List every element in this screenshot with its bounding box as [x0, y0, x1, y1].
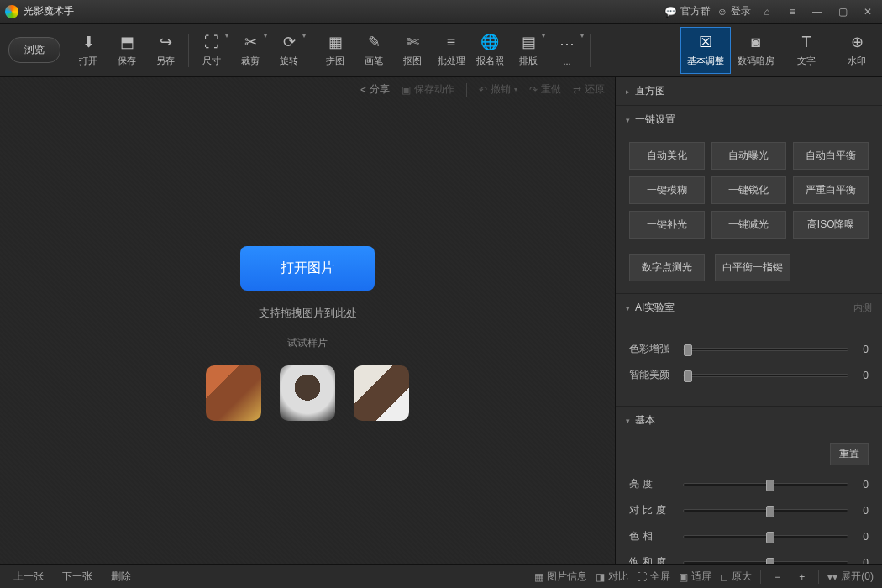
sample-images — [206, 365, 409, 421]
open-image-button[interactable]: 打开图片 — [240, 246, 375, 291]
titlebar: 光影魔术手 💬 官方群 ☺ 登录 ⌂ ≡ — ▢ ✕ — [0, 0, 882, 24]
oneclick-自动曝光[interactable]: 自动曝光 — [711, 142, 787, 170]
tool-...[interactable]: ⋯...▾ — [548, 27, 586, 74]
original-size-button[interactable]: ◻原大 — [720, 570, 752, 584]
brightness-label: 亮度 — [629, 477, 675, 491]
tool-保存[interactable]: ⬒保存 — [108, 27, 146, 74]
zoom-out-button[interactable]: − — [769, 569, 785, 585]
oneclick-数字点测光[interactable]: 数字点测光 — [629, 254, 705, 281]
tool-画笔[interactable]: ✎画笔 — [354, 27, 393, 74]
save-action-button[interactable]: ▣保存动作 — [402, 82, 454, 97]
tab-水印[interactable]: ⊕水印 — [832, 27, 882, 74]
tool-抠图[interactable]: ✄抠图 — [393, 27, 432, 74]
contrast-slider[interactable] — [683, 509, 848, 512]
tool-尺寸[interactable]: ⛶尺寸▾ — [192, 27, 231, 74]
contrast-value: 0 — [857, 505, 869, 517]
hue-slider[interactable] — [683, 535, 848, 538]
tool-另存[interactable]: ↪另存 — [146, 27, 185, 74]
canvas-subbar: <分享 ▣保存动作 ↶撤销▾ ↷重做 ⇄还原 — [0, 77, 615, 102]
tool-icon: ⟳ — [283, 33, 296, 51]
tool-报名照[interactable]: 🌐报名照 — [470, 27, 509, 74]
fullscreen-icon: ⛶ — [637, 571, 647, 583]
tab-基本调整[interactable]: ☒基本调整 — [680, 27, 731, 74]
fit-screen-button[interactable]: ▣适屏 — [679, 570, 711, 584]
info-icon: ▦ — [534, 571, 543, 583]
saturation-slider[interactable] — [683, 561, 848, 564]
oneclick-高ISO降噪[interactable]: 高ISO降噪 — [793, 211, 869, 239]
oneclick-一键减光[interactable]: 一键减光 — [711, 211, 787, 239]
tool-icon: ✎ — [368, 33, 381, 51]
tab-文字[interactable]: T文字 — [781, 27, 832, 74]
tab-icon: ☒ — [699, 33, 712, 51]
section-ai-lab[interactable]: ▾ AI实验室 内测 — [616, 294, 882, 322]
user-icon: ☺ — [717, 6, 727, 18]
next-image-button[interactable]: 下一张 — [57, 567, 97, 586]
zoom-in-button[interactable]: + — [794, 569, 810, 585]
smart-beauty-slider[interactable] — [683, 374, 848, 377]
oneclick-一键模糊[interactable]: 一键模糊 — [629, 176, 705, 204]
saturation-label: 饱和度 — [629, 555, 675, 564]
prev-image-button[interactable]: 上一张 — [8, 567, 49, 586]
sample-image-2[interactable] — [280, 365, 335, 421]
maximize-button[interactable]: ▢ — [833, 3, 852, 20]
sample-image-1[interactable] — [206, 365, 261, 421]
oneclick-严重白平衡[interactable]: 严重白平衡 — [793, 176, 869, 204]
app-logo-icon — [5, 5, 18, 18]
oneclick-一键锐化[interactable]: 一键锐化 — [711, 176, 787, 204]
tool-裁剪[interactable]: ✂裁剪▾ — [231, 27, 270, 74]
close-button[interactable]: ✕ — [858, 3, 877, 20]
tool-拼图[interactable]: ▦拼图 — [316, 27, 354, 74]
oneclick-一键补光[interactable]: 一键补光 — [629, 211, 705, 239]
sample-image-3[interactable] — [354, 365, 409, 421]
share-icon: < — [360, 84, 366, 96]
tab-数码暗房[interactable]: ◙数码暗房 — [731, 27, 781, 74]
official-group-link[interactable]: 💬 官方群 — [664, 4, 711, 18]
oneclick-白平衡一指键[interactable]: 白平衡一指键 — [715, 254, 790, 281]
share-button[interactable]: <分享 — [360, 82, 390, 97]
tool-排版[interactable]: ▤排版▾ — [509, 27, 548, 74]
oneclick-自动美化[interactable]: 自动美化 — [629, 142, 705, 170]
section-basic[interactable]: ▾ 基本 — [616, 407, 882, 434]
undo-icon: ↶ — [479, 84, 487, 96]
tool-icon: ⬒ — [120, 33, 134, 51]
saturation-value: 0 — [857, 557, 869, 565]
undo-button[interactable]: ↶撤销▾ — [479, 82, 517, 97]
tool-旋转[interactable]: ⟳旋转▾ — [270, 27, 308, 74]
compare-button[interactable]: ◨对比 — [596, 570, 628, 584]
reset-button[interactable]: 重置 — [830, 443, 869, 465]
chevron-down-icon: ▾ — [225, 32, 228, 39]
toolbar-separator — [188, 34, 189, 67]
oneclick-自动白平衡[interactable]: 自动白平衡 — [793, 142, 869, 170]
home-button[interactable]: ⌂ — [758, 3, 776, 20]
delete-button[interactable]: 删除 — [106, 567, 136, 586]
redo-button[interactable]: ↷重做 — [529, 82, 561, 97]
tool-icon: ⛶ — [204, 33, 219, 51]
brightness-slider[interactable] — [683, 483, 848, 486]
brightness-value: 0 — [857, 479, 869, 491]
expand-panel-button[interactable]: ▾▾展开(0) — [827, 570, 874, 584]
minimize-button[interactable]: — — [808, 3, 827, 20]
chevron-down-icon: ▾ — [626, 116, 630, 124]
image-info-button[interactable]: ▦图片信息 — [534, 570, 587, 584]
fullscreen-button[interactable]: ⛶全屏 — [637, 570, 670, 584]
section-histogram[interactable]: ▸ 直方图 — [616, 77, 882, 105]
chevron-down-icon: ▾ — [264, 32, 267, 39]
contrast-label: 对比度 — [629, 503, 675, 517]
tool-批处理[interactable]: ≡批处理 — [432, 27, 470, 74]
restore-button[interactable]: ⇄还原 — [573, 82, 605, 97]
tool-打开[interactable]: ⬇打开 — [69, 27, 108, 74]
app-title: 光影魔术手 — [24, 4, 664, 18]
tool-icon: ✂ — [244, 33, 257, 51]
login-link[interactable]: ☺ 登录 — [717, 4, 751, 18]
browse-button[interactable]: 浏览 — [8, 37, 60, 63]
canvas-area: <分享 ▣保存动作 ↶撤销▾ ↷重做 ⇄还原 打开图片 支持拖拽图片到此处 试试… — [0, 77, 615, 564]
tab-icon: ⊕ — [851, 33, 864, 51]
color-enhance-slider[interactable] — [683, 348, 848, 351]
compare-icon: ◨ — [596, 571, 605, 583]
side-panel: ▸ 直方图 ▾ 一键设置 自动美化自动曝光自动白平衡一键模糊一键锐化严重白平衡一… — [615, 77, 882, 564]
redo-icon: ↷ — [529, 84, 538, 96]
section-one-click[interactable]: ▾ 一键设置 — [616, 106, 882, 134]
hue-value: 0 — [857, 531, 869, 543]
settings-button[interactable]: ≡ — [783, 3, 801, 20]
tool-icon: ⋯ — [559, 34, 575, 53]
